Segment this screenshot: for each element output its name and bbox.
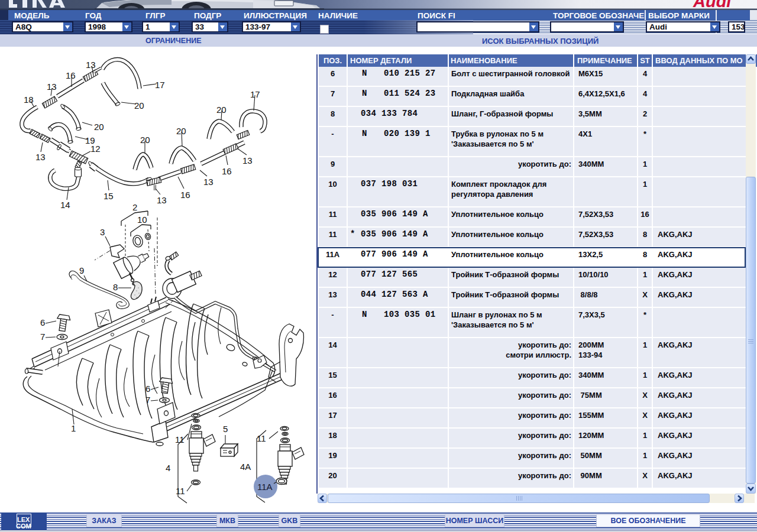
svg-text:13: 13 (157, 195, 167, 205)
svg-text:13: 13 (86, 60, 96, 70)
svg-text:11A: 11A (257, 482, 273, 492)
svg-text:12: 12 (90, 144, 101, 154)
svg-text:4A: 4A (240, 462, 251, 472)
svg-text:1: 1 (71, 423, 76, 433)
svg-text:20: 20 (216, 105, 227, 115)
svg-text:14: 14 (60, 200, 70, 210)
svg-text:13: 13 (242, 155, 253, 166)
svg-text:13: 13 (203, 177, 213, 187)
svg-text:8: 8 (113, 282, 118, 292)
svg-text:15: 15 (103, 191, 114, 201)
svg-text:20: 20 (94, 122, 104, 132)
svg-text:16: 16 (66, 70, 76, 80)
svg-text:18: 18 (24, 95, 34, 105)
svg-text:7: 7 (145, 395, 150, 405)
svg-text:5: 5 (223, 424, 228, 434)
svg-text:11: 11 (257, 433, 266, 443)
svg-text:16: 16 (222, 166, 232, 176)
svg-text:16: 16 (180, 190, 190, 200)
svg-text:13: 13 (47, 82, 57, 92)
svg-text:20: 20 (176, 126, 186, 136)
svg-text:6: 6 (145, 384, 150, 394)
svg-text:4: 4 (166, 463, 170, 473)
svg-text:6: 6 (40, 317, 45, 327)
svg-text:11: 11 (176, 486, 185, 496)
svg-text:3: 3 (100, 227, 105, 237)
svg-text:2: 2 (132, 202, 137, 212)
svg-text:17: 17 (155, 80, 165, 90)
svg-text:13: 13 (35, 152, 46, 162)
svg-text:20: 20 (140, 135, 150, 145)
svg-text:7: 7 (40, 332, 45, 342)
svg-text:10: 10 (137, 215, 147, 225)
svg-text:9: 9 (79, 265, 84, 275)
svg-text:11: 11 (175, 434, 185, 445)
svg-text:17: 17 (250, 89, 260, 99)
svg-text:20: 20 (134, 100, 144, 111)
